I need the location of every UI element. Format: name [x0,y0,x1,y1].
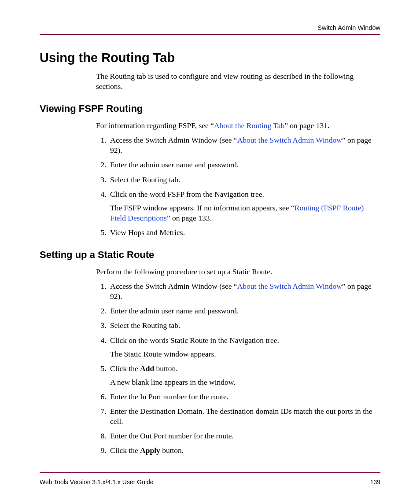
section1-body: For information regarding FSPF, see “Abo… [96,121,380,238]
list-item: View Hops and Metrics. [108,228,380,238]
footer-title: Web Tools Version 3.1.x/4.1.x User Guide [40,478,154,486]
section1-steps: Access the Switch Admin Window (see “Abo… [96,135,380,238]
section2-steps: Access the Switch Admin Window (see “Abo… [96,281,380,456]
section2-lead: Perform the following procedure to set u… [96,267,380,277]
button-name-apply: Apply [140,446,160,455]
step-result: The FSFP window appears. If no informati… [110,203,380,223]
button-name-add: Add [140,364,154,373]
text: Click the [110,364,140,373]
page: Switch Admin Window Using the Routing Ta… [0,0,420,504]
footer: Web Tools Version 3.1.x/4.1.x User Guide… [40,478,380,486]
running-head: Switch Admin Window [40,24,380,34]
list-item: Select the Routing tab. [108,320,380,331]
list-item: Click on the words Static Route in the N… [108,335,380,359]
section1-lead: For information regarding FSPF, see “Abo… [96,121,380,131]
text: button. [160,446,184,455]
list-item: Click the Add button. A new blank line a… [108,364,380,387]
page-number: 139 [370,478,380,486]
footer-rule [40,472,380,473]
text: Access the Switch Admin Window (see “ [110,282,237,291]
text: Click on the word FSFP from the Navigati… [110,190,264,199]
text: ” on page 133. [167,213,212,222]
step-result: A new blank line appears in the window. [110,377,380,387]
text: The FSFP window appears. If no informati… [110,203,295,212]
text: Access the Switch Admin Window (see “ [110,136,237,144]
link-about-switch-admin-window[interactable]: About the Switch Admin Window [237,136,342,144]
header-rule [40,34,380,35]
list-item: Enter the admin user name and password. [108,306,380,316]
intro-paragraph: The Routing tab is used to configure and… [96,71,380,92]
list-item: Click on the word FSFP from the Navigati… [108,189,380,223]
list-item: Access the Switch Admin Window (see “Abo… [108,135,380,155]
link-about-routing-tab[interactable]: About the Routing Tab [214,121,284,130]
text: For information regarding FSPF, see “ [96,121,214,130]
text: button. [154,364,177,373]
list-item: Enter the Out Port number for the route. [108,431,380,441]
text: Click the [110,446,140,455]
intro-block: The Routing tab is used to configure and… [96,71,380,92]
page-title: Using the Routing Tab [40,51,380,65]
section-heading-fspf: Viewing FSPF Routing [40,103,380,114]
list-item: Access the Switch Admin Window (see “Abo… [108,281,380,302]
link-about-switch-admin-window[interactable]: About the Switch Admin Window [237,282,342,291]
section-heading-static-route: Setting up a Static Route [40,249,380,261]
list-item: Enter the In Port number for the route. [108,392,380,402]
section2-body: Perform the following procedure to set u… [96,267,380,456]
list-item: Click the Apply button. [108,445,380,456]
step-result: The Static Route window appears. [110,349,380,359]
list-item: Select the Routing tab. [108,175,380,185]
list-item: Enter the Destination Domain. The destin… [108,406,380,427]
text: Click on the words Static Route in the N… [110,336,279,345]
list-item: Enter the admin user name and password. [108,160,380,170]
text: ” on page 131. [284,121,329,130]
